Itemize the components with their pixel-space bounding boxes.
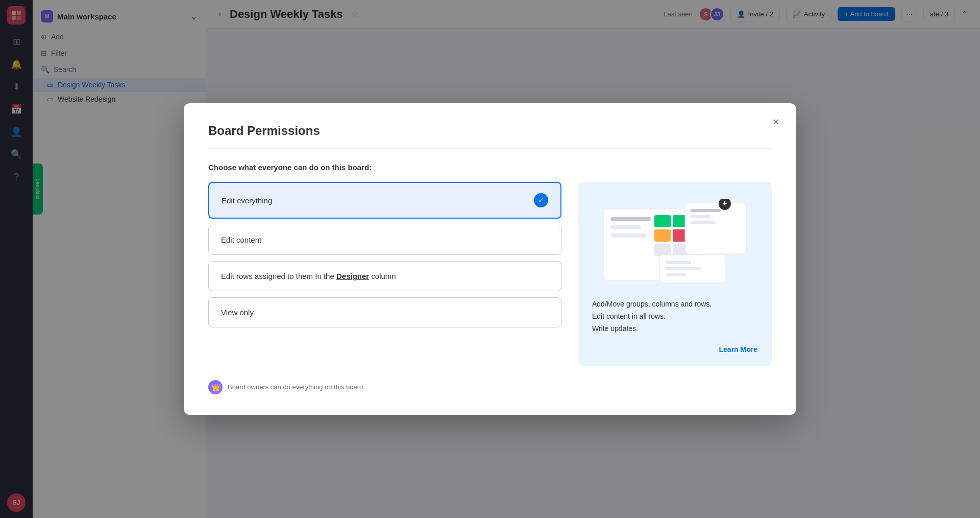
svg-rect-5 bbox=[610, 217, 651, 221]
modal-body: Edit everything ✓ Edit content Edit rows… bbox=[208, 182, 772, 365]
svg-rect-19 bbox=[690, 215, 710, 218]
info-panel: + Add/Move groups, columns and rows. Edi… bbox=[578, 182, 772, 365]
svg-rect-25 bbox=[666, 267, 701, 270]
modal-close-button[interactable]: × bbox=[768, 113, 784, 130]
option-edit-rows[interactable]: Edit rows assigned to them In the Design… bbox=[208, 261, 561, 291]
modal-title: Board Permissions bbox=[208, 124, 772, 138]
footer-text: Board owners can do everything on this b… bbox=[228, 383, 363, 391]
info-description: Add/Move groups, columns and rows. Edit … bbox=[592, 298, 757, 335]
option-edit-rows-label: Edit rows assigned to them In the Design… bbox=[221, 272, 396, 280]
modal-overlay[interactable]: × Board Permissions Choose what everyone… bbox=[0, 0, 980, 518]
board-illustration: + bbox=[592, 196, 757, 288]
check-icon-edit-everything: ✓ bbox=[534, 193, 548, 207]
crown-icon: 👑 bbox=[208, 380, 223, 394]
close-icon: × bbox=[773, 116, 779, 128]
learn-more-link[interactable]: Learn More bbox=[592, 345, 757, 354]
modal-footer: 👑 Board owners can do everything on this… bbox=[208, 380, 772, 394]
board-permissions-modal: × Board Permissions Choose what everyone… bbox=[184, 103, 796, 414]
svg-rect-24 bbox=[666, 261, 691, 264]
svg-rect-11 bbox=[654, 229, 671, 242]
svg-text:+: + bbox=[722, 199, 727, 207]
option-edit-content[interactable]: Edit content bbox=[208, 225, 561, 255]
svg-rect-26 bbox=[666, 273, 686, 276]
option-edit-everything-label: Edit everything bbox=[222, 196, 272, 205]
svg-rect-7 bbox=[610, 233, 646, 238]
svg-rect-14 bbox=[654, 244, 671, 256]
permission-options: Edit everything ✓ Edit content Edit rows… bbox=[208, 182, 561, 327]
modal-subtitle: Choose what everyone can do on this boar… bbox=[208, 163, 772, 172]
option-edit-content-label: Edit content bbox=[221, 236, 261, 244]
svg-rect-18 bbox=[690, 209, 721, 212]
option-view-only[interactable]: View only bbox=[208, 297, 561, 327]
option-edit-everything[interactable]: Edit everything ✓ bbox=[208, 182, 561, 219]
option-view-only-label: View only bbox=[221, 308, 254, 317]
svg-rect-6 bbox=[610, 225, 641, 229]
modal-divider bbox=[208, 148, 772, 149]
svg-rect-8 bbox=[654, 215, 671, 227]
svg-rect-20 bbox=[690, 221, 716, 224]
